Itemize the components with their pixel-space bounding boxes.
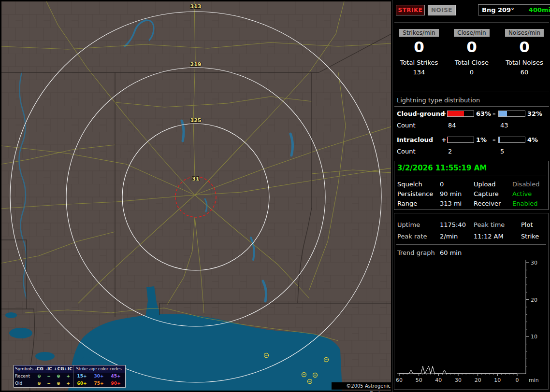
peak-rate-value: 2/min [440, 233, 458, 240]
cg-positive-percent: 63% [476, 110, 491, 117]
legend-col-header: +IC [63, 367, 73, 371]
cg-negative-count: 43 [500, 122, 508, 129]
svg-text:min: min [529, 377, 539, 383]
legend-symbol: + [63, 374, 73, 378]
strikes-column: Strikes/min 0 Total Strikes 134 [394, 29, 444, 76]
total-noises-value: 60 [499, 69, 550, 76]
svg-text:30: 30 [531, 260, 537, 266]
lightning-distribution-section: Lightning type distribution Cloud-ground… [393, 94, 550, 159]
persistence-value: 90 min [440, 190, 462, 197]
legend-age-code: 15+ [74, 374, 90, 378]
map-legend: Symbols -CG -IC +CG +IC Strike age color… [14, 365, 126, 388]
strikes-per-min-header[interactable]: Strikes/min [399, 29, 438, 37]
upload-label: Upload [474, 181, 496, 188]
cg-negative-bar [498, 111, 525, 117]
svg-text:40: 40 [435, 377, 442, 383]
ic-positive-bar [447, 137, 474, 143]
count-label: Count [397, 122, 416, 129]
count-label: Count [397, 148, 416, 155]
cg-positive-bar [447, 111, 474, 117]
peak-time-label: Peak time [474, 221, 505, 228]
upload-status: Disabled [512, 181, 539, 188]
legend-symbol: + [63, 381, 73, 386]
legend-symbol: − [44, 381, 54, 386]
minus-sign: – [492, 110, 496, 117]
ic-negative-percent: 4% [527, 136, 538, 143]
range-ring-label: 313 [190, 3, 202, 10]
svg-text:20: 20 [531, 297, 537, 303]
legend-row-label: Old [15, 381, 34, 386]
legend-age-code: 90+ [108, 381, 124, 386]
legend-symbol: ⊕ [54, 374, 63, 378]
trend-graph: 1020306050403020100min [395, 257, 548, 389]
range-value: 400mi [529, 6, 550, 14]
range-label: Range [397, 200, 417, 207]
svg-text:30: 30 [455, 377, 462, 383]
session-section: Uptime 1175:40 Peak time Plot Peak rate … [394, 213, 549, 390]
legend-age-header: Strike age color codes [73, 365, 124, 373]
cg-positive-count: 84 [448, 122, 456, 129]
receiver-label: Receiver [474, 200, 501, 207]
cloud-ground-label: Cloud-ground [397, 110, 445, 117]
legend-age-code: 75+ [91, 381, 107, 386]
plus-sign: + [441, 110, 447, 117]
svg-text:60: 60 [396, 377, 403, 383]
svg-text:10: 10 [531, 334, 537, 340]
range-ring-label: 219 [190, 61, 202, 68]
trend-window-value: 60 min [440, 249, 462, 256]
total-close-label: Total Close [447, 59, 497, 66]
map-canvas[interactable]: 313 219 125 31 Symbols -CG -IC +CG +IC S… [1, 1, 391, 391]
legend-age-code: 45+ [108, 374, 124, 378]
trend-graph-label: Trend graph [397, 249, 435, 256]
legend-col-header: -CG [34, 367, 44, 371]
legend-recent-row: Recent ⊖ − ⊕ + 15+ 30+ 45+ [14, 373, 125, 380]
cg-negative-percent: 32% [527, 110, 542, 117]
svg-text:0: 0 [516, 377, 519, 383]
total-strikes-value: 134 [394, 69, 444, 76]
noises-per-min-value: 0 [499, 38, 550, 56]
total-noises-label: Total Noises [499, 59, 550, 66]
plot-value: Strike [521, 233, 539, 240]
stats-panel: STRIKE NOISE Bng 209° 400mi Strikes/min … [392, 0, 550, 392]
strike-mode-button[interactable]: STRIKE [396, 5, 425, 15]
persistence-label: Persistence [397, 190, 433, 197]
noises-per-min-header[interactable]: Noises/min [505, 29, 544, 37]
ic-positive-count: 2 [448, 148, 452, 155]
legend-age-codes: 15+ 30+ 45+ [73, 373, 124, 380]
legend-old-row: Old ⊖ − ⊕ + 60+ 75+ 90+ [14, 380, 125, 387]
total-close-value: 0 [447, 69, 497, 76]
uptime-value: 1175:40 [440, 221, 466, 228]
legend-symbol: − [44, 374, 54, 378]
peak-rate-label: Peak rate [397, 233, 427, 240]
peak-time-value: 11:12 AM [474, 233, 504, 240]
capture-status: Active [512, 190, 532, 197]
legend-age-code: 60+ [74, 381, 90, 386]
range-ring-label: 31 [192, 176, 199, 182]
legend-col-header: +CG [54, 367, 63, 371]
svg-text:50: 50 [416, 377, 422, 383]
legend-symbol: ⊖ [34, 381, 44, 386]
close-per-min-header[interactable]: Close/min [454, 29, 489, 37]
close-per-min-value: 0 [447, 38, 497, 56]
squelch-value: 0 [440, 181, 444, 188]
strike-map: 313 219 125 31 [1, 1, 391, 391]
bearing-value: Bng 209° [482, 6, 514, 14]
plot-label: Plot [521, 221, 533, 228]
noises-column: Noises/min 0 Total Noises 60 [499, 29, 550, 76]
status-section: 3/2/2026 11:55:19 AM Squelch 0 Upload Di… [394, 161, 549, 210]
ic-positive-percent: 1% [476, 136, 487, 143]
intracloud-label: Intracloud [397, 136, 433, 143]
legend-symbol: ⊖ [34, 374, 44, 378]
legend-symbol: ⊕ [54, 381, 63, 386]
noise-mode-button[interactable]: NOISE [428, 5, 456, 15]
plus-sign: + [441, 136, 447, 143]
legend-symbols-header: Symbols [15, 367, 34, 371]
ic-negative-bar [498, 137, 525, 143]
receiver-status: Enabled [512, 200, 538, 207]
close-column: Close/min 0 Total Close 0 [447, 29, 497, 76]
squelch-label: Squelch [397, 181, 422, 188]
distribution-title: Lightning type distribution [397, 97, 480, 104]
datetime-display: 3/2/2026 11:55:19 AM [397, 164, 487, 172]
legend-col-header: -IC [44, 367, 54, 371]
bearing-range-display: Bng 209° 400mi [478, 4, 550, 15]
